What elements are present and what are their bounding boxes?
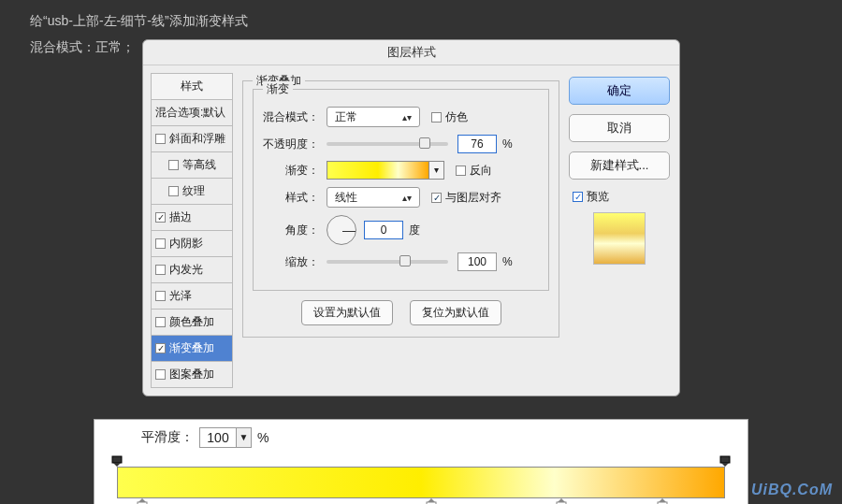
- inner-legend: 渐变: [263, 81, 293, 97]
- svg-marker-6: [428, 498, 435, 502]
- opacity-stop[interactable]: [719, 455, 731, 467]
- angle-dial[interactable]: [327, 215, 356, 245]
- blend-mode-value: 正常: [335, 109, 357, 125]
- style-item[interactable]: 等高线: [151, 152, 233, 179]
- layer-style-dialog: 图层样式 样式 混合选项:默认 斜面和浮雕等高线纹理✓描边内阴影内发光光泽颜色叠…: [142, 39, 680, 396]
- color-stop[interactable]: ffee00: [415, 498, 446, 504]
- dither-checkbox[interactable]: [431, 112, 442, 122]
- style-item-label: 渐变叠加: [169, 340, 214, 356]
- color-stop[interactable]: ffffca: [549, 498, 573, 504]
- style-checkbox[interactable]: [155, 291, 166, 301]
- angle-unit: 度: [409, 223, 420, 238]
- preview-swatch: [593, 212, 646, 265]
- opacity-stop[interactable]: [111, 455, 123, 467]
- blend-mode-label: 混合模式：: [263, 109, 319, 125]
- opacity-label: 不透明度：: [263, 137, 319, 152]
- style-label: 样式：: [263, 190, 319, 206]
- style-checkbox[interactable]: [168, 160, 179, 170]
- style-checkbox[interactable]: [155, 238, 166, 249]
- style-item[interactable]: 内阴影: [151, 231, 233, 257]
- gradient-overlay-group: 渐变叠加 渐变 混合模式： 正常 ▴▾: [242, 80, 559, 338]
- style-item[interactable]: 内发光: [151, 257, 233, 283]
- ok-button[interactable]: 确定: [569, 77, 670, 105]
- style-item[interactable]: 光泽: [151, 283, 233, 310]
- smoothness-input[interactable]: 100 ▼: [199, 427, 252, 448]
- style-item-label: 颜色叠加: [169, 314, 214, 330]
- style-item[interactable]: 图案叠加: [151, 362, 233, 388]
- reset-default-button[interactable]: 复位为默认值: [410, 300, 501, 325]
- style-item-label: 等高线: [182, 157, 216, 173]
- dither-label: 仿色: [445, 109, 468, 125]
- style-checkbox[interactable]: [168, 186, 179, 196]
- scale-label: 缩放：: [263, 254, 319, 270]
- scale-slider[interactable]: [327, 260, 448, 264]
- svg-marker-8: [558, 498, 565, 502]
- style-item-label: 内阴影: [169, 236, 203, 252]
- smoothness-label: 平滑度：: [141, 429, 194, 446]
- gradient-dropdown-icon[interactable]: ▾: [429, 161, 444, 180]
- watermark: UiBQ.CoM: [751, 482, 833, 498]
- chevron-down-icon: ▼: [236, 428, 251, 447]
- gradient-inner-group: 渐变 混合模式： 正常 ▴▾ 仿色: [253, 89, 549, 291]
- style-item-label: 纹理: [182, 183, 205, 199]
- gradient-swatch[interactable]: [327, 161, 429, 180]
- dialog-title: 图层样式: [143, 40, 679, 65]
- color-stop[interactable]: ffa800: [646, 498, 677, 504]
- style-checkbox[interactable]: [155, 317, 166, 327]
- opacity-input[interactable]: 76: [457, 135, 497, 153]
- align-checkbox[interactable]: [431, 193, 442, 203]
- style-item[interactable]: 斜面和浮雕: [151, 126, 233, 152]
- chevron-updown-icon: ▴▾: [402, 193, 412, 203]
- style-select[interactable]: 线性 ▴▾: [327, 187, 420, 208]
- gradient-label: 渐变：: [263, 163, 319, 179]
- percent-label: %: [502, 137, 513, 151]
- style-checkbox[interactable]: ✓: [155, 212, 166, 223]
- style-item-label: 描边: [169, 209, 192, 225]
- style-item[interactable]: ✓渐变叠加: [151, 336, 233, 362]
- reverse-label: 反向: [470, 163, 492, 179]
- color-stop[interactable]: ffff4d: [130, 498, 154, 504]
- svg-marker-1: [113, 463, 121, 467]
- new-style-button[interactable]: 新建样式...: [569, 151, 670, 180]
- chevron-updown-icon: ▴▾: [402, 112, 412, 122]
- percent-label: %: [257, 430, 269, 445]
- reverse-checkbox[interactable]: [456, 166, 466, 176]
- style-value: 线性: [335, 190, 357, 206]
- style-item[interactable]: 颜色叠加: [151, 310, 233, 336]
- svg-rect-0: [112, 456, 122, 463]
- angle-label: 角度：: [263, 223, 319, 238]
- style-checkbox[interactable]: ✓: [155, 343, 166, 353]
- blend-summary: 混合模式：正常；: [30, 39, 135, 56]
- style-item-label: 图案叠加: [169, 367, 214, 382]
- scale-input[interactable]: 100: [457, 252, 497, 271]
- svg-marker-10: [659, 498, 666, 502]
- style-item[interactable]: 纹理: [151, 179, 233, 205]
- angle-input[interactable]: 0: [364, 221, 403, 239]
- cancel-button[interactable]: 取消: [569, 114, 670, 142]
- style-checkbox[interactable]: [155, 134, 166, 144]
- svg-rect-2: [720, 456, 730, 463]
- percent-label: %: [502, 255, 513, 268]
- preview-checkbox[interactable]: [573, 192, 583, 202]
- style-item-label: 斜面和浮雕: [169, 131, 225, 147]
- style-item-label: 内发光: [169, 262, 203, 278]
- svg-marker-4: [138, 498, 146, 502]
- style-checkbox[interactable]: [155, 369, 166, 380]
- style-item[interactable]: ✓描边: [151, 205, 233, 231]
- style-checkbox[interactable]: [155, 265, 166, 275]
- preview-label: 预览: [587, 189, 609, 205]
- svg-marker-3: [721, 463, 729, 467]
- blending-options-default[interactable]: 混合选项:默认: [151, 100, 233, 126]
- smoothness-value: 100: [200, 430, 236, 445]
- align-label: 与图层对齐: [445, 190, 501, 206]
- set-default-button[interactable]: 设置为默认值: [301, 300, 393, 325]
- opacity-slider[interactable]: [327, 142, 448, 146]
- style-header[interactable]: 样式: [151, 73, 233, 100]
- gradient-editor: 平滑度： 100 ▼ % ffff4dffee00ffffcaffa800: [94, 419, 748, 504]
- style-list: 样式 混合选项:默认 斜面和浮雕等高线纹理✓描边内阴影内发光光泽颜色叠加✓渐变叠…: [151, 73, 233, 388]
- description-text: 给“usb-上部-左-细节-线”添加渐变样式: [30, 13, 812, 30]
- style-item-label: 光泽: [169, 288, 192, 304]
- blend-mode-select[interactable]: 正常 ▴▾: [327, 107, 420, 127]
- gradient-bar[interactable]: [117, 467, 725, 498]
